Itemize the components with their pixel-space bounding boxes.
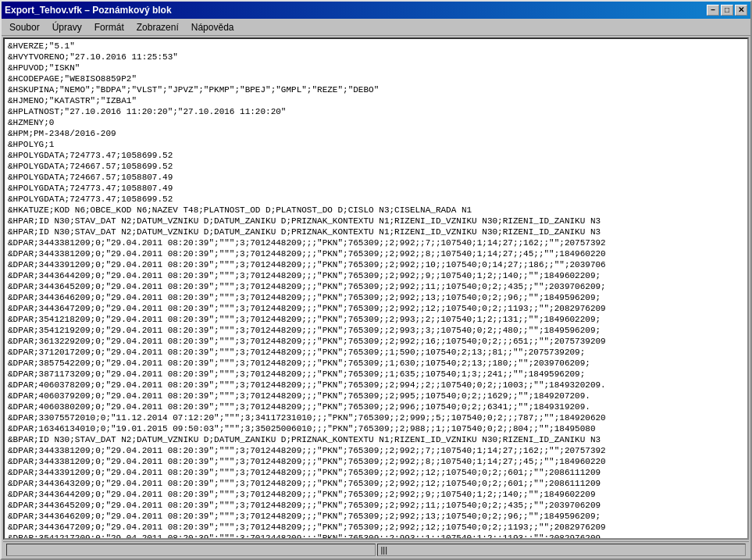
menu-upravy[interactable]: Úpravy [46,20,88,34]
status-bar: ||| [3,541,749,557]
title-bar: Export_Tehov.vfk – Poznámkový blok – □ ✕ [2,2,750,19]
menu-napoveda[interactable]: Nápověda [185,20,241,34]
minimize-button[interactable]: – [707,5,719,16]
status-segment-1 [6,544,376,556]
maximize-button[interactable]: □ [721,5,733,16]
menu-format[interactable]: Formát [88,20,130,34]
content-area: &HVERZE;"5.1" &HVYTVORENO;"27.10.2016 11… [3,37,749,540]
menu-soubor[interactable]: Soubor [3,20,46,34]
menu-bar: Soubor Úpravy Formát Zobrazení Nápověda [2,19,750,36]
close-button[interactable]: ✕ [735,5,747,16]
menu-zobrazeni[interactable]: Zobrazení [130,20,185,34]
text-editor[interactable]: &HVERZE;"5.1" &HVYTVORENO;"27.10.2016 11… [5,39,747,538]
main-window: Export_Tehov.vfk – Poznámkový blok – □ ✕… [0,0,752,560]
title-controls: – □ ✕ [707,5,747,16]
status-segment-2: ||| [377,544,747,556]
window-title: Export_Tehov.vfk – Poznámkový blok [5,5,172,16]
